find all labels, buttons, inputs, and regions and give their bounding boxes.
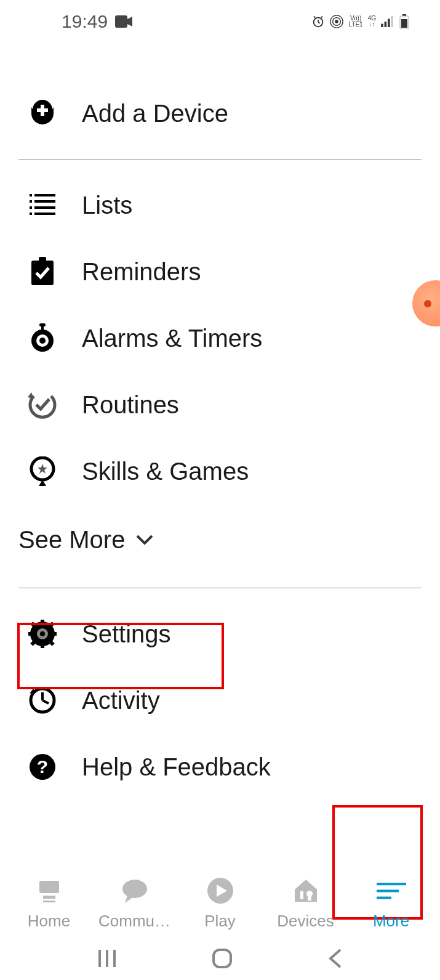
svg-rect-65: [214, 950, 231, 967]
svg-point-54: [122, 880, 147, 898]
camera-icon: [115, 15, 132, 28]
svg-rect-61: [377, 897, 391, 899]
system-nav: [0, 937, 440, 980]
svg-line-48: [42, 700, 49, 703]
nav-play[interactable]: Play: [177, 876, 263, 931]
status-time: 19:49: [62, 11, 108, 32]
svg-rect-21: [30, 200, 32, 203]
signal-icon: [381, 16, 394, 27]
alarm-icon: [311, 15, 325, 28]
svg-rect-19: [30, 194, 32, 196]
svg-rect-20: [34, 194, 55, 196]
nav-play-label: Play: [204, 912, 236, 931]
svg-line-5: [321, 17, 323, 18]
record-dot-icon: [424, 300, 431, 307]
menu-add-device[interactable]: Add a Device: [0, 80, 440, 147]
svg-line-4: [314, 17, 316, 18]
network-indicator: 4G↓↑: [368, 15, 376, 28]
volte-indicator: Vo))LTE1: [348, 15, 362, 28]
nav-more-label: More: [373, 912, 409, 931]
highlight-settings: [17, 623, 224, 689]
svg-text:?: ?: [37, 756, 48, 777]
menu-routines-label: Routines: [82, 391, 179, 419]
menu-help[interactable]: ? Help & Feedback: [0, 734, 440, 800]
menu-alarms[interactable]: Alarms & Timers: [0, 305, 440, 371]
svg-rect-59: [377, 883, 406, 885]
svg-rect-60: [377, 889, 399, 892]
svg-rect-9: [381, 24, 383, 27]
communicate-icon: [120, 876, 150, 905]
system-recent-icon[interactable]: [96, 947, 118, 970]
nav-communicate-label: Commu…: [98, 912, 170, 931]
nav-more[interactable]: More: [348, 876, 434, 931]
menu-reminders-label: Reminders: [82, 258, 201, 286]
help-icon: ?: [28, 752, 57, 782]
svg-rect-51: [39, 881, 59, 893]
svg-rect-15: [401, 19, 407, 28]
devices-icon: [291, 876, 321, 905]
divider: [18, 588, 422, 588]
menu-help-label: Help & Feedback: [82, 753, 271, 781]
play-icon: [206, 876, 235, 905]
menu-reminders[interactable]: Reminders: [0, 238, 440, 305]
hotspot-icon: [330, 15, 343, 28]
nav-home-label: Home: [28, 912, 70, 931]
svg-rect-53: [43, 901, 55, 902]
svg-rect-63: [106, 950, 108, 967]
alarms-icon: [28, 323, 57, 353]
bottom-nav: Home Commu… Play Devices More: [0, 864, 440, 937]
svg-rect-52: [43, 896, 55, 899]
svg-rect-11: [388, 19, 390, 28]
home-icon: [34, 876, 64, 905]
nav-devices[interactable]: Devices: [263, 876, 348, 931]
nav-communicate[interactable]: Commu…: [92, 876, 177, 931]
status-left: 19:49: [62, 11, 132, 32]
svg-rect-22: [34, 200, 55, 203]
menu-alarms-label: Alarms & Timers: [82, 325, 262, 352]
system-back-icon[interactable]: [327, 947, 344, 970]
menu-skills-label: Skills & Games: [82, 458, 249, 485]
svg-rect-12: [391, 16, 393, 27]
reminders-icon: [28, 257, 57, 286]
lists-icon: [28, 190, 57, 220]
menu-routines[interactable]: Routines: [0, 371, 440, 438]
divider: [18, 159, 422, 160]
svg-rect-62: [98, 950, 101, 967]
add-device-icon: [28, 99, 57, 128]
svg-rect-58: [308, 896, 311, 901]
skills-icon: [28, 456, 57, 486]
menu-lists[interactable]: Lists: [0, 172, 440, 238]
svg-point-6: [335, 20, 339, 23]
status-right: Vo))LTE1 4G↓↑: [311, 14, 409, 29]
svg-rect-30: [41, 326, 44, 330]
svg-rect-23: [30, 206, 32, 209]
status-bar: 19:49 Vo))LTE1 4G↓↑: [0, 0, 440, 37]
nav-devices-label: Devices: [277, 912, 334, 931]
svg-point-33: [39, 338, 46, 344]
svg-rect-10: [385, 22, 387, 27]
svg-rect-0: [115, 15, 127, 28]
svg-rect-56: [300, 891, 303, 899]
nav-home[interactable]: Home: [6, 876, 92, 931]
activity-icon: [28, 686, 57, 715]
svg-line-3: [318, 22, 320, 23]
menu-skills[interactable]: Skills & Games: [0, 438, 440, 504]
svg-rect-26: [34, 213, 55, 215]
menu-see-more[interactable]: See More: [0, 504, 440, 575]
chevron-down-icon: [136, 535, 153, 546]
routines-icon: [28, 390, 57, 419]
svg-rect-24: [34, 206, 55, 209]
see-more-label: See More: [18, 526, 125, 554]
system-home-icon[interactable]: [211, 947, 233, 970]
battery-icon: [399, 14, 409, 29]
more-icon: [377, 876, 406, 905]
menu-lists-label: Lists: [82, 192, 132, 219]
menu-add-device-label: Add a Device: [82, 100, 228, 128]
svg-rect-25: [30, 213, 32, 215]
menu-activity-label: Activity: [82, 687, 160, 715]
svg-rect-18: [37, 108, 48, 112]
svg-rect-64: [113, 950, 116, 967]
